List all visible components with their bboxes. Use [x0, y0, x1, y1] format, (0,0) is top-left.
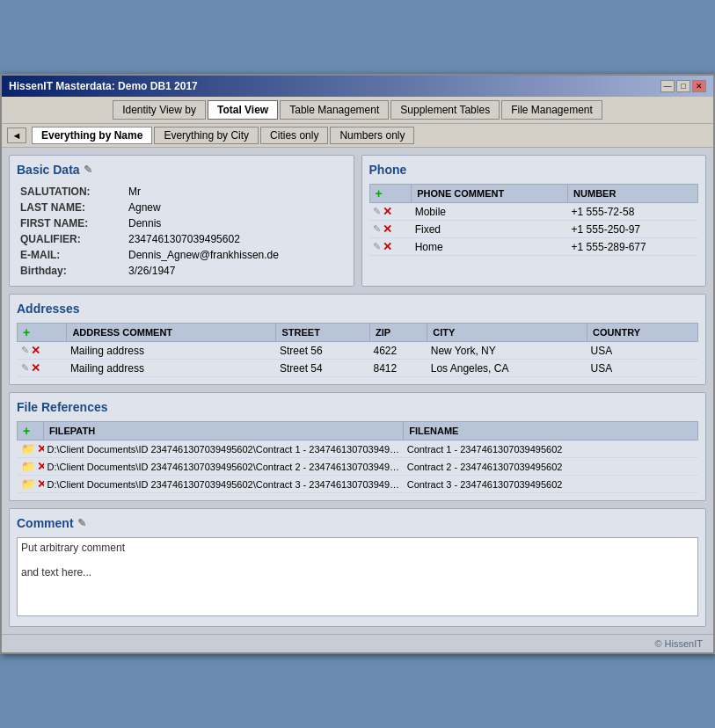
main-window: HissenIT Masterdata: Demo DB1 2017 — □ ✕… [0, 74, 715, 654]
maximize-button[interactable]: □ [676, 80, 690, 92]
file-header-row: + FILEPATH FILENAME [18, 422, 698, 440]
address-country-header: COUNTRY [587, 324, 698, 342]
phone-actions-0: ✎ ✕ [369, 203, 412, 221]
phone-actions-2: ✎ ✕ [369, 238, 412, 256]
basic-data-title: Basic Data ✎ [17, 163, 347, 177]
footer: © HissenIT [2, 634, 713, 652]
add-address-button[interactable]: + [23, 325, 30, 339]
minimize-button[interactable]: — [660, 80, 675, 92]
menu-file-management[interactable]: File Management [501, 100, 602, 120]
back-button[interactable]: ◄ [7, 127, 26, 143]
address-country-1: USA [587, 360, 698, 377]
birthday-value: 3/26/1947 [125, 263, 346, 279]
phone-title: Phone [369, 163, 699, 177]
qualifier-value: 2347461307039495602 [125, 231, 346, 247]
edit-address-0-icon[interactable]: ✎ [21, 345, 29, 356]
window-title: HissenIT Masterdata: Demo DB1 2017 [9, 80, 198, 92]
address-add-col: + [18, 324, 67, 342]
delete-phone-2-button[interactable]: ✕ [383, 240, 392, 253]
table-row: ✎ ✕ Home +1 555-289-677 [369, 238, 698, 256]
tab-everything-by-city[interactable]: Everything by City [154, 127, 259, 144]
nav-bar: ◄ Everything by Name Everything by City … [2, 124, 713, 148]
menu-total-view[interactable]: Total View [208, 100, 278, 120]
address-street-0: Street 56 [276, 342, 370, 360]
table-row: SALUTATION: Mr [17, 184, 347, 200]
window-controls: — □ ✕ [660, 80, 706, 92]
edit-comment-icon[interactable]: ✎ [77, 517, 86, 529]
menu-supplement-tables[interactable]: Supplement Tables [390, 100, 500, 120]
phone-actions-1: ✎ ✕ [369, 221, 412, 238]
address-city-1: Los Angeles, CA [427, 360, 587, 377]
table-row: 📁 ✕ D:\Client Documents\ID 2347461307039… [18, 458, 698, 476]
add-file-button[interactable]: + [23, 424, 30, 438]
tab-cities-only[interactable]: Cities only [260, 127, 328, 144]
edit-phone-0-icon[interactable]: ✎ [373, 206, 381, 217]
table-row: QUALIFIER: 2347461307039495602 [17, 231, 347, 247]
edit-phone-2-icon[interactable]: ✎ [373, 241, 381, 252]
comment-section: Comment ✎ [9, 508, 706, 627]
addresses-title: Addresses [17, 302, 698, 316]
phone-number-2: +1 555-289-677 [568, 238, 698, 256]
file-path-1: D:\Client Documents\ID 23474613070394956… [44, 458, 404, 476]
table-row: ✎ ✕ Mailing address Street 56 4622 New Y… [18, 342, 698, 360]
email-value: Dennis_Agnew@frankhissen.de [125, 247, 346, 263]
footer-text: © HissenIT [654, 638, 703, 649]
table-row: 📁 ✕ D:\Client Documents\ID 2347461307039… [18, 476, 698, 493]
firstname-label: FIRST NAME: [17, 215, 125, 231]
delete-address-1-button[interactable]: ✕ [31, 361, 40, 375]
folder-1-icon: 📁 [21, 460, 35, 473]
edit-address-1-icon[interactable]: ✎ [21, 362, 29, 374]
folder-2-icon: 📁 [21, 477, 35, 491]
file-add-col: + [18, 422, 44, 440]
file-actions-1: 📁 ✕ [18, 458, 44, 476]
salutation-value: Mr [125, 184, 346, 200]
comment-textarea[interactable] [17, 537, 698, 616]
delete-file-1-button[interactable]: ✕ [37, 460, 44, 473]
file-table: + FILEPATH FILENAME 📁 ✕ [17, 421, 698, 493]
delete-address-0-button[interactable]: ✕ [31, 344, 40, 357]
file-name-2: Contract 3 - 2347461307039495602 [404, 476, 698, 493]
menu-identity-view[interactable]: Identity View by [113, 100, 206, 120]
delete-file-2-button[interactable]: ✕ [37, 477, 44, 491]
top-sections: Basic Data ✎ SALUTATION: Mr LAST NAME: A… [9, 155, 706, 287]
menu-table-management[interactable]: Table Management [280, 100, 389, 120]
firstname-value: Dennis [125, 215, 346, 231]
delete-file-0-button[interactable]: ✕ [37, 442, 44, 455]
phone-number-header: NUMBER [568, 185, 698, 203]
address-zip-1: 8412 [370, 360, 427, 377]
birthday-label: Birthday: [17, 263, 125, 279]
address-street-header: STREET [276, 324, 370, 342]
edit-basic-data-icon[interactable]: ✎ [84, 164, 92, 176]
table-row: Birthday: 3/26/1947 [17, 263, 347, 279]
close-button[interactable]: ✕ [692, 80, 706, 92]
phone-add-col: + [369, 185, 412, 203]
tab-everything-by-name[interactable]: Everything by Name [32, 127, 152, 144]
table-row: ✎ ✕ Mobile +1 555-72-58 [369, 203, 698, 221]
table-row: E-MAIL: Dennis_Agnew@frankhissen.de [17, 247, 347, 263]
file-actions-0: 📁 ✕ [18, 440, 44, 458]
menu-bar: Identity View by Total View Table Manage… [2, 97, 713, 124]
table-row: ✎ ✕ Mailing address Street 54 8412 Los A… [18, 360, 698, 377]
phone-number-1: +1 555-250-97 [568, 221, 698, 238]
table-row: LAST NAME: Agnew [17, 200, 347, 215]
address-city-header: CITY [427, 324, 587, 342]
file-path-2: D:\Client Documents\ID 23474613070394956… [44, 476, 404, 493]
phone-header-row: + PHONE COMMENT NUMBER [369, 185, 698, 203]
address-header-row: + ADDRESS COMMENT STREET ZIP CITY COUNTR… [18, 324, 698, 342]
lastname-value: Agnew [125, 200, 346, 215]
file-path-0: D:\Client Documents\ID 23474613070394956… [44, 440, 404, 458]
phone-comment-0: Mobile [412, 203, 568, 221]
file-filepath-header: FILEPATH [44, 422, 404, 440]
folder-0-icon: 📁 [21, 442, 35, 455]
add-phone-button[interactable]: + [376, 186, 383, 200]
content-area: Basic Data ✎ SALUTATION: Mr LAST NAME: A… [2, 148, 713, 634]
table-row: FIRST NAME: Dennis [17, 215, 347, 231]
table-row: ✎ ✕ Fixed +1 555-250-97 [369, 221, 698, 238]
tab-numbers-only[interactable]: Numbers only [330, 127, 414, 144]
delete-phone-0-button[interactable]: ✕ [383, 205, 392, 218]
address-city-0: New York, NY [427, 342, 587, 360]
delete-phone-1-button[interactable]: ✕ [383, 222, 392, 236]
file-references-section: File References + FILEPATH FILENAME [9, 392, 706, 501]
edit-phone-1-icon[interactable]: ✎ [373, 223, 381, 235]
file-references-title: File References [17, 400, 698, 414]
